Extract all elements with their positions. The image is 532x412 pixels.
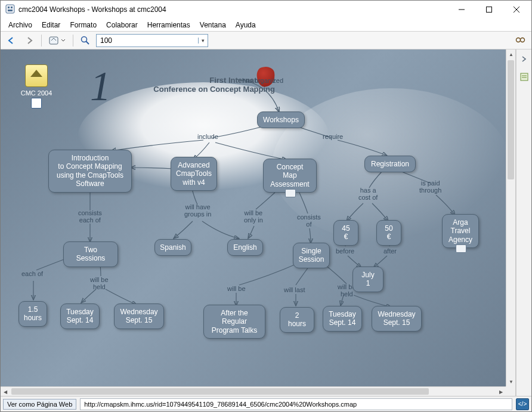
resource-badge-icon[interactable] — [456, 244, 466, 253]
menu-archivo[interactable]: Archivo — [4, 20, 36, 30]
node-spanish[interactable]: Spanish — [154, 239, 191, 256]
view-as-web-button[interactable]: Ver como Página Web — [3, 399, 76, 410]
window-buttons — [448, 1, 530, 18]
node-two-sessions[interactable]: Two Sessions — [63, 241, 118, 267]
node-workshops[interactable]: Workshops — [257, 111, 305, 128]
link-before: before — [336, 247, 354, 255]
node-assessment-label: Concept Map Assessment — [270, 163, 309, 188]
node-cost-50[interactable]: 50 € — [376, 220, 401, 246]
node-tuesday-b[interactable]: Tuesday Sept. 14 — [323, 306, 362, 332]
notes-panel-button[interactable] — [517, 70, 531, 84]
svg-rect-3 — [8, 10, 13, 11]
scroll-right-icon[interactable]: ▶ — [496, 387, 506, 396]
node-single-session[interactable]: Single Session — [293, 243, 330, 268]
toolbar: ▾ — [1, 32, 531, 49]
node-assessment[interactable]: Concept Map Assessment — [263, 159, 317, 193]
node-cost-45[interactable]: 45 € — [333, 220, 358, 246]
collapse-panel-icon[interactable] — [517, 52, 531, 66]
close-button[interactable] — [503, 1, 530, 18]
node-2-hours[interactable]: 2 hours — [280, 307, 314, 333]
root-map-label: CMC 2004 — [17, 89, 56, 97]
root-map-shortcut[interactable]: CMC 2004 — [17, 64, 56, 109]
edges-layer — [1, 49, 515, 393]
link-require: require — [323, 133, 343, 140]
svg-rect-5 — [487, 7, 492, 13]
link-is-paid-through: is paid through — [419, 179, 441, 194]
svg-rect-14 — [521, 73, 528, 80]
menu-formato[interactable]: Formato — [66, 20, 101, 30]
scroll-left-icon[interactable]: ◀ — [1, 387, 10, 396]
svg-point-12 — [521, 38, 525, 42]
link-each-of: each of — [21, 270, 43, 277]
svg-point-11 — [516, 38, 521, 42]
zoom-tool-button[interactable] — [78, 33, 92, 48]
link-consists-each-of: consists each of — [78, 209, 102, 224]
zoom-combo[interactable]: ▾ — [96, 34, 208, 47]
nav-back-button[interactable] — [4, 33, 18, 48]
toolbar-separator — [73, 35, 73, 47]
node-july1[interactable]: July 1 — [352, 267, 383, 292]
node-arga-label: Arga Travel Agency — [449, 218, 472, 244]
node-intro[interactable]: Introduction to Concept Mapping using th… — [48, 150, 132, 193]
menu-herramientas[interactable]: Herramientas — [143, 20, 194, 30]
zoom-input[interactable] — [97, 36, 198, 45]
link-will-last: will last — [284, 286, 305, 293]
nav-forward-button[interactable] — [22, 33, 36, 48]
svg-rect-2 — [11, 7, 13, 8]
menu-editar[interactable]: Editar — [38, 20, 64, 30]
vertical-scrollbar[interactable]: ▲ ▼ — [506, 49, 515, 386]
titlebar: cmc2004 Workshops - Workshops at cmc2004 — [1, 1, 531, 18]
logo-line2: Conference on Concept Mapping — [90, 85, 275, 94]
minimize-button[interactable] — [448, 1, 475, 18]
link-include: include — [197, 133, 218, 140]
node-tuesday-a[interactable]: Tuesday Sept. 14 — [60, 303, 100, 329]
node-after-talks[interactable]: After the Regular Program Talks — [203, 305, 265, 339]
zoom-dropdown-icon[interactable]: ▾ — [198, 38, 208, 44]
menu-colaborar[interactable]: Colaborar — [102, 20, 142, 30]
node-wednesday-a[interactable]: Wednesday Sept. 15 — [114, 303, 164, 329]
link-will-be-held-a: will be held — [90, 276, 109, 290]
app-window: cmc2004 Workshops - Workshops at cmc2004… — [0, 0, 532, 412]
svg-rect-1 — [8, 7, 10, 8]
scroll-thumb[interactable] — [508, 60, 514, 179]
logo-numeral: 1 — [90, 63, 111, 110]
scroll-down-icon[interactable]: ▼ — [506, 377, 516, 386]
app-icon — [5, 4, 15, 16]
svg-point-9 — [82, 36, 87, 42]
node-arga[interactable]: Arga Travel Agency — [442, 214, 479, 248]
home-view-button[interactable] — [47, 33, 68, 48]
statusbar: Ver como Página Web http://cmapskm.ihmc.… — [1, 396, 531, 411]
home-icon — [25, 64, 48, 87]
workarea: CMC 2004 1 First International Conferenc… — [1, 49, 531, 396]
canvas-scroll[interactable]: CMC 2004 1 First International Conferenc… — [1, 49, 516, 396]
conference-logo: 1 First International Conference on Conc… — [90, 67, 275, 94]
resource-badge-icon[interactable] — [285, 189, 296, 197]
link-will-have-groups-in: will have groups in — [184, 203, 211, 218]
node-advanced[interactable]: Advanced CmapTools with v4 — [171, 157, 217, 191]
node-registration[interactable]: Registration — [364, 156, 416, 172]
node-english[interactable]: English — [227, 239, 263, 256]
scroll-thumb[interactable] — [11, 388, 429, 395]
scroll-corner — [506, 386, 515, 396]
right-tool-strip — [516, 49, 531, 396]
maximize-button[interactable] — [475, 1, 503, 18]
resource-badge-icon — [31, 98, 42, 109]
toolbar-separator — [41, 35, 42, 47]
horizontal-scrollbar[interactable]: ◀ ▶ — [1, 386, 506, 396]
resource-url-field[interactable]: http://cmapskm.ihmc.us/rid=1079449541109… — [80, 398, 512, 410]
source-view-button[interactable]: </> — [516, 398, 529, 410]
find-tool-button[interactable] — [514, 33, 528, 48]
node-1-5-hours[interactable]: 1.5 hours — [18, 301, 47, 327]
titlebar-left: cmc2004 Workshops - Workshops at cmc2004 — [5, 4, 166, 16]
menu-ayuda[interactable]: Ayuda — [231, 20, 260, 30]
link-has-a-cost-of: has a cost of — [358, 187, 378, 201]
menu-ventana[interactable]: Ventana — [196, 20, 230, 30]
menubar: Archivo Editar Formato Colaborar Herrami… — [1, 18, 531, 32]
node-wednesday-b[interactable]: Wednesday Sept. 15 — [372, 306, 422, 332]
logo-line1: First International — [90, 76, 275, 85]
concept-map-canvas[interactable]: CMC 2004 1 First International Conferenc… — [1, 49, 515, 393]
scroll-up-icon[interactable]: ▲ — [506, 49, 516, 59]
link-consists-of: consists of — [297, 213, 321, 228]
link-will-be-only-in: will be only in — [244, 209, 263, 224]
link-will-be: will be — [227, 285, 246, 292]
